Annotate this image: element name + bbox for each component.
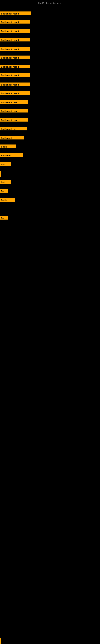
bottleneck-badge: Bottleneck [0, 136, 24, 140]
bottleneck-badge: Bot [0, 180, 11, 184]
bottleneck-badge: Bottleneck result [0, 73, 30, 77]
bottleneck-badge: Bottleneck res [0, 127, 27, 130]
site-title: TheBottlenecker.com [0, 2, 100, 5]
bottleneck-badge: Bottleneck result [0, 56, 30, 59]
bottleneck-badge: Bottleneck resu [0, 109, 28, 112]
bottleneck-badge: Bottle [0, 198, 15, 202]
bottleneck-badge: Bo [0, 216, 8, 220]
bottleneck-badge: Bottleneck result [0, 29, 30, 32]
vertical-line [0, 638, 1, 644]
bottleneck-badge: Bot [0, 162, 11, 166]
bottleneck-badge: Bottleneck result [0, 12, 31, 15]
bottleneck-badge: Bottleneck result [0, 47, 30, 51]
bottleneck-badge: Bottleneck result [0, 20, 30, 24]
vertical-line [0, 171, 1, 177]
bottleneck-badge: Bottleneck result [0, 91, 30, 95]
bottleneck-badge: Bottleneck result [0, 64, 30, 68]
bottleneck-badge: Bottleneck resu [0, 100, 28, 104]
bottleneck-badge: Bottleneck resu [0, 118, 28, 122]
bottleneck-badge: Bo [0, 189, 8, 192]
bottleneck-badge: Bottleneck result [0, 82, 30, 86]
bottleneck-badge: Bottleneck result [0, 38, 30, 42]
bottleneck-badge: Bottle [0, 144, 16, 148]
bottleneck-badge: Bottlenec [0, 153, 23, 157]
